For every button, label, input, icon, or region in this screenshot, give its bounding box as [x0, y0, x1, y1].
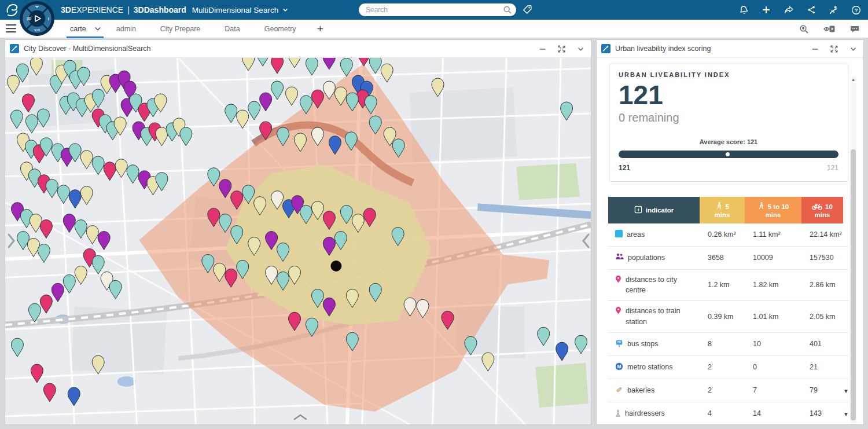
- table-row: distances to city centre1.2 km1.82 km2.8…: [608, 270, 849, 302]
- score-slider[interactable]: [619, 151, 838, 158]
- collapse-chevron-icon[interactable]: [576, 45, 585, 53]
- cell-value: 1.01 km: [745, 313, 801, 321]
- search-icon[interactable]: [503, 5, 512, 14]
- tab-data[interactable]: Data: [215, 20, 255, 38]
- svg-text:?: ?: [855, 7, 858, 13]
- widget-title: Urban liveability index scoring: [615, 45, 811, 53]
- row-expand-chevron-icon[interactable]: ▼: [843, 411, 849, 417]
- row-label: areas: [627, 229, 645, 240]
- cell-value: 21: [801, 363, 843, 371]
- table-header: i indicator 5 mins 5 to 10 mins 10 mins: [608, 197, 849, 223]
- cell-value: 143: [801, 409, 843, 417]
- bike-icon: [812, 202, 822, 211]
- 3dexperience-compass[interactable]: 3D V,R: [19, 1, 55, 36]
- header-5-mins: 5 mins: [700, 197, 745, 223]
- cell-value: 2: [700, 386, 745, 394]
- add-icon[interactable]: [762, 5, 771, 14]
- 3ds-logo[interactable]: [5, 2, 20, 17]
- walk-icon: [715, 201, 723, 211]
- index-label: URBAN LIVEABILITY INDEX: [619, 71, 838, 78]
- search-input[interactable]: [359, 3, 516, 16]
- panel-expand-right-chevron[interactable]: [582, 232, 591, 250]
- table-row: Mmetro stations2021: [608, 356, 849, 379]
- dashboard-tab-bar: carte admin City Prepare Data Geometry +: [0, 20, 868, 38]
- collapse-chevron-icon[interactable]: [849, 45, 858, 53]
- app-name: 3DDashboard: [134, 5, 186, 14]
- row-label: distances to city centre: [626, 274, 697, 296]
- row-label: bus stops: [627, 339, 659, 350]
- hairdresser-icon: [615, 409, 621, 417]
- row-label: populations: [628, 252, 665, 263]
- minimize-icon[interactable]: [811, 45, 819, 53]
- table-row: hairdressers414143▼: [608, 402, 849, 424]
- slider-knob[interactable]: [726, 152, 730, 156]
- table-row: bakeries2779▼: [608, 379, 849, 402]
- svg-text:M: M: [617, 364, 621, 369]
- add-tab-button[interactable]: +: [311, 20, 329, 38]
- brand-rest: EXPERIENCE: [71, 5, 123, 14]
- cell-value: 14: [745, 409, 801, 417]
- scrollbar[interactable]: ▲ ▼: [850, 76, 856, 424]
- map-centre-dot: [330, 261, 341, 272]
- walk-icon: [757, 201, 765, 211]
- cell-value: 0.39 km: [700, 313, 745, 321]
- widget-app-icon: [601, 44, 610, 53]
- row-expand-chevron-icon[interactable]: ▼: [843, 388, 849, 394]
- tab-chevron-down-icon[interactable]: [94, 26, 101, 32]
- brand-separator: |: [127, 5, 130, 14]
- help-icon[interactable]: ?: [851, 5, 861, 15]
- compass-3d-label: 3D: [27, 17, 32, 21]
- average-score-label: Average score: 121: [619, 138, 838, 145]
- cell-value: 8: [700, 340, 745, 348]
- slider-min: 121: [619, 164, 630, 172]
- person-icon[interactable]: [829, 5, 838, 15]
- comments-icon[interactable]: [849, 24, 860, 34]
- analysis-centre-dot[interactable]: [330, 261, 341, 272]
- scroll-up-icon[interactable]: ▲: [850, 76, 856, 83]
- cell-value: 0.26 km²: [700, 230, 745, 239]
- chevron-down-icon[interactable]: [282, 6, 289, 13]
- expand-icon[interactable]: [830, 45, 838, 53]
- expand-icon[interactable]: [557, 45, 566, 53]
- header-indicator: i indicator: [608, 197, 700, 223]
- city-map[interactable]: [5, 58, 591, 424]
- tag-icon[interactable]: [522, 5, 532, 15]
- cell-value: 10: [745, 340, 801, 348]
- indicator-table: i indicator 5 mins 5 to 10 mins 10 mins …: [608, 197, 849, 424]
- index-value: 121: [619, 80, 838, 110]
- top-app-bar: 3DEXPERIENCE | 3DDashboard MultiDimensio…: [0, 0, 868, 20]
- brand-bold: 3D: [61, 5, 71, 14]
- search-location-icon[interactable]: [799, 24, 809, 34]
- dashboard-context[interactable]: MultiDimensional Search: [192, 6, 278, 14]
- cell-value: 7: [745, 386, 801, 394]
- tab-carte[interactable]: carte: [61, 20, 107, 38]
- slider-max: 121: [827, 164, 838, 172]
- cell-value: 1.2 km: [700, 281, 745, 289]
- tab-admin[interactable]: admin: [107, 20, 151, 38]
- index-remaining: 0 remaining: [619, 111, 838, 124]
- row-label: hairdressers: [625, 408, 665, 419]
- share-nodes-icon[interactable]: [807, 5, 816, 14]
- cell-value: 2.05 km: [801, 313, 843, 321]
- cell-value: 157530: [801, 254, 843, 262]
- minimize-icon[interactable]: [538, 45, 547, 53]
- scrollbar-thumb[interactable]: [851, 149, 856, 420]
- panel-expand-left-chevron[interactable]: [6, 232, 16, 250]
- app-title: 3DEXPERIENCE | 3DDashboard MultiDimensio…: [61, 0, 289, 20]
- row-label: distances to train station: [626, 306, 697, 328]
- panel-expand-up-chevron[interactable]: [292, 413, 308, 421]
- media-icon[interactable]: [823, 24, 836, 34]
- header-10-mins: 10 mins: [801, 197, 843, 223]
- areas-icon: [615, 230, 623, 237]
- cell-value: 4: [700, 409, 745, 417]
- notification-bell-icon[interactable]: [739, 5, 749, 15]
- menu-icon[interactable]: [6, 24, 16, 33]
- cell-value: 1.82 km: [745, 281, 801, 289]
- cell-value: 3658: [700, 254, 745, 262]
- tab-city-prepare[interactable]: City Prepare: [151, 20, 215, 38]
- widget-title: City Discover - MultiDimensionalSearch: [24, 45, 538, 53]
- tab-geometry[interactable]: Geometry: [255, 20, 311, 38]
- svg-text:i: i: [638, 207, 639, 212]
- share-arrow-icon[interactable]: [784, 5, 794, 14]
- bakery-icon: [615, 386, 623, 394]
